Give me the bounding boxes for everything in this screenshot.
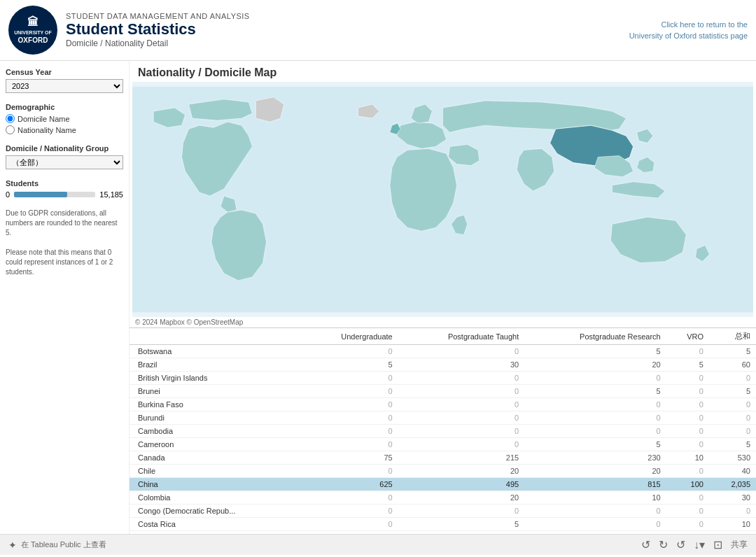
cell-country: Costa Rica [130, 518, 302, 531]
cell-value: 0 [666, 425, 709, 438]
census-year-label: Census Year [6, 68, 123, 76]
cell-value: 0 [524, 411, 666, 425]
table-row: Congo (Democratic Repub...00000 [130, 505, 756, 518]
students-slider-fill [14, 192, 67, 197]
cell-value: 5 [398, 518, 525, 531]
cell-country: Congo (Democratic Repub... [130, 505, 302, 518]
table-row: Colombia02010030 [130, 491, 756, 505]
cell-value: 5 [524, 438, 666, 451]
table-row: Brunei00505 [130, 385, 756, 398]
map-area: Nationality / Domicile Map [130, 61, 756, 534]
table-row: Brazil53020560 [130, 358, 756, 372]
cell-value: 530 [709, 451, 756, 465]
census-year-select[interactable]: 2023 [6, 79, 123, 93]
cell-country: Burkina Faso [130, 398, 302, 411]
cell-value: 5 [709, 385, 756, 398]
cell-value: 2,035 [709, 478, 756, 491]
cell-value: 0 [302, 505, 398, 518]
students-min: 0 [6, 190, 10, 199]
cell-value: 495 [398, 478, 525, 491]
col-pr: Postgraduate Research [524, 328, 666, 345]
map-credit: © 2024 Mapbox © OpenStreetMap [130, 317, 756, 327]
return-link-line2[interactable]: University of Oxford statistics page [629, 31, 748, 40]
students-section: Students 0 15,185 [6, 179, 123, 199]
col-pt: Postgraduate Taught [398, 328, 525, 345]
table-row: British Virgin Islands00000 [130, 372, 756, 385]
world-map-svg [132, 82, 753, 317]
table-header-row: Undergraduate Postgraduate Taught Postgr… [130, 328, 756, 345]
logo-top-text: UNIVERSITY OF [14, 30, 52, 36]
cell-value: 815 [524, 478, 666, 491]
cell-country: Botswana [130, 345, 302, 358]
cell-value: 0 [666, 411, 709, 425]
cell-value: 0 [666, 505, 709, 518]
main-layout: Census Year 2023 Demographic Domicile Na… [0, 61, 756, 534]
cell-value: 0 [398, 385, 525, 398]
cell-value: 0 [524, 372, 666, 385]
download-icon[interactable]: ↓▾ [694, 538, 705, 551]
nationality-radio[interactable] [6, 125, 15, 134]
domicile-radio-text: Domicile Name [18, 115, 70, 123]
cell-value: 5 [709, 345, 756, 358]
table-body: Botswana00505Brazil53020560British Virgi… [130, 345, 756, 535]
map-container[interactable] [132, 82, 753, 317]
cell-value: 0 [709, 398, 756, 411]
cell-country: Brunei [130, 385, 302, 398]
domicile-radio[interactable] [6, 114, 15, 123]
back-icon[interactable]: ↺ [676, 538, 685, 551]
fullscreen-icon[interactable]: ⊡ [713, 538, 722, 551]
cell-value: 0 [302, 491, 398, 505]
demographic-label: Demographic [6, 103, 123, 111]
cell-value: 75 [302, 451, 398, 465]
table-row: Chile02020040 [130, 465, 756, 478]
table-row: Burundi00000 [130, 411, 756, 425]
cell-value: 0 [709, 505, 756, 518]
header-subtitle: STUDENT DATA MANAGEMENT AND ANALYSIS [66, 12, 250, 20]
cell-value: 0 [709, 531, 756, 535]
table-row: Burkina Faso00000 [130, 398, 756, 411]
return-link[interactable]: Click here to return to the University o… [629, 19, 748, 42]
cell-value: 0 [302, 398, 398, 411]
tableau-label: 在 Tableau Public 上查看 [21, 540, 106, 550]
header-text-block: STUDENT DATA MANAGEMENT AND ANALYSIS Stu… [66, 12, 250, 48]
cell-value: 0 [302, 531, 398, 535]
cell-value: 0 [398, 505, 525, 518]
return-link-line1[interactable]: Click here to return to the [661, 20, 748, 29]
cell-value: 0 [398, 411, 525, 425]
table-row: China6254958151002,035 [130, 478, 756, 491]
domicile-radio-label[interactable]: Domicile Name [6, 114, 123, 123]
table-row: Costa Rica050010 [130, 518, 756, 531]
cell-value: 625 [302, 478, 398, 491]
cell-value: 0 [709, 411, 756, 425]
students-slider-container: 0 15,185 [6, 190, 123, 199]
cell-country: Brazil [130, 358, 302, 372]
cell-value: 0 [524, 425, 666, 438]
cell-value: 0 [666, 491, 709, 505]
cell-value: 20 [524, 465, 666, 478]
share-label[interactable]: 共享 [731, 539, 748, 551]
page-header: 🏛 UNIVERSITY OF OXFORD STUDENT DATA MANA… [0, 0, 756, 61]
table-row: Cameroon00505 [130, 438, 756, 451]
cell-country: China [130, 478, 302, 491]
cell-value: 0 [666, 438, 709, 451]
cell-value: 0 [524, 505, 666, 518]
cell-country: Cameroon [130, 438, 302, 451]
group-select[interactable]: （全部） [6, 155, 123, 169]
sidebar: Census Year 2023 Demographic Domicile Na… [0, 61, 130, 534]
students-slider-bar[interactable] [14, 192, 95, 197]
cell-value: 0 [666, 465, 709, 478]
cell-value: 5 [524, 345, 666, 358]
cell-value: 30 [398, 358, 525, 372]
cell-value: 60 [709, 358, 756, 372]
cell-value: 0 [398, 425, 525, 438]
nationality-radio-label[interactable]: Nationality Name [6, 125, 123, 134]
cell-value: 0 [302, 425, 398, 438]
cell-value: 0 [302, 385, 398, 398]
data-table-area[interactable]: Undergraduate Postgraduate Taught Postgr… [130, 327, 756, 534]
cell-value: 0 [666, 385, 709, 398]
undo-icon[interactable]: ↺ [641, 538, 650, 551]
demographic-section: Demographic Domicile Name Nationality Na… [6, 103, 123, 134]
redo-icon[interactable]: ↻ [659, 538, 668, 551]
logo-mid-text: OXFORD [18, 36, 48, 45]
map-title: Nationality / Domicile Map [130, 61, 756, 82]
